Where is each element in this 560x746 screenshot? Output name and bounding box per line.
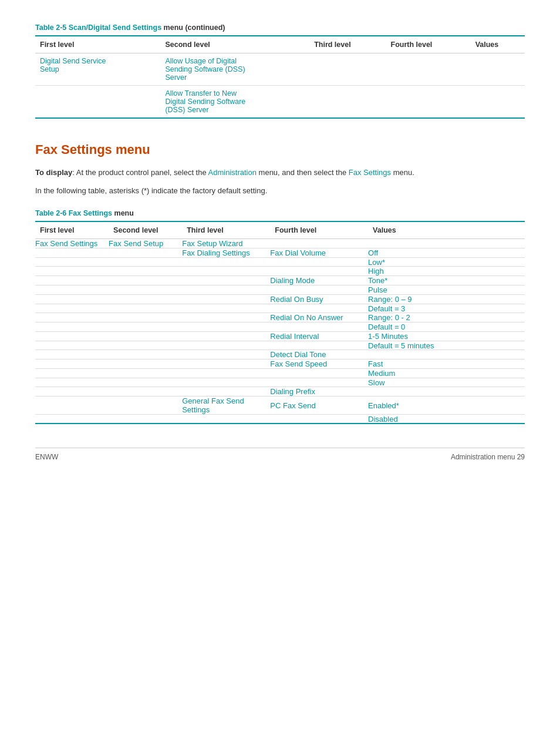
t26-r18-c4 bbox=[270, 415, 368, 424]
t25-r1-c2: Allow Usage of Digital Sending Software … bbox=[160, 53, 309, 86]
t26-r7-c5: Default = 3 bbox=[368, 304, 525, 313]
table25-title-prefix: Table 2-5 bbox=[35, 23, 69, 32]
t26-r15-c2 bbox=[109, 378, 182, 387]
t26-r9-c5: Default = 0 bbox=[368, 322, 525, 332]
t26-r14-c5: Medium bbox=[368, 369, 525, 378]
t26-r5-c3 bbox=[182, 285, 270, 295]
table26: First level Second level Third level Fou… bbox=[35, 221, 525, 425]
t26-r6-c5: Range: 0 – 9 bbox=[368, 294, 525, 304]
t25-r1-c4 bbox=[386, 53, 471, 86]
t26-r9-c1 bbox=[35, 322, 109, 332]
t26-r15-c1 bbox=[35, 378, 109, 387]
t26-r0-c4 bbox=[270, 238, 368, 248]
t26-r17-c3: General Fax Send Settings bbox=[182, 396, 270, 415]
t26-r12-c5 bbox=[368, 350, 525, 359]
t26-r6-c2 bbox=[109, 294, 182, 304]
fax-section-heading: Fax Settings menu bbox=[35, 142, 525, 157]
t26-r10-c1 bbox=[35, 331, 109, 341]
t26-r1-c5: Off bbox=[368, 248, 525, 257]
t26-r15-c3 bbox=[182, 378, 270, 387]
t26-r0-c5 bbox=[368, 238, 525, 248]
t26-r3-c5: High bbox=[368, 267, 525, 276]
table26-header: First level Second level Third level Fou… bbox=[35, 221, 525, 239]
t26-r4-c3 bbox=[182, 276, 270, 285]
t26-r3-c2 bbox=[109, 267, 182, 276]
t25-r1-c3 bbox=[309, 53, 386, 86]
t26-r8-c5: Range: 0 - 2 bbox=[368, 313, 525, 322]
t26-r4-c2 bbox=[109, 276, 182, 285]
fax-section-body: To display: At the product control panel… bbox=[35, 167, 525, 197]
t26-r7-c3 bbox=[182, 304, 270, 313]
t26-r18-c5: Disabled bbox=[368, 415, 525, 424]
t26-r11-c1 bbox=[35, 341, 109, 350]
t26-r4-c5: Tone* bbox=[368, 276, 525, 285]
t26-r2-c3 bbox=[182, 257, 270, 267]
fax-intro-text1: : At the product control panel, select t… bbox=[72, 168, 208, 177]
t26-r13-c3 bbox=[182, 359, 270, 369]
fax-intro-link1: Administration bbox=[208, 168, 257, 177]
fax-intro-para1: To display: At the product control panel… bbox=[35, 167, 525, 179]
t26-r12-c2 bbox=[109, 350, 182, 359]
table26-title-prefix: Table 2-6 bbox=[35, 209, 69, 217]
t26-r6-c1 bbox=[35, 294, 109, 304]
t26-r7-c4 bbox=[270, 304, 368, 313]
t26-r9-c4 bbox=[270, 322, 368, 332]
t26-r8-c3 bbox=[182, 313, 270, 322]
t26-r17-c5: Enabled* bbox=[368, 396, 525, 415]
t26-r0-c2: Fax Send Setup bbox=[109, 238, 182, 248]
t26-r18-c2 bbox=[109, 415, 182, 424]
table26-title-link: Fax Settings bbox=[69, 209, 112, 217]
fax-intro-para2: In the following table, asterisks (*) in… bbox=[35, 185, 525, 197]
to-display-bold: To display bbox=[35, 168, 72, 177]
t26-r12-c1 bbox=[35, 350, 109, 359]
fax-intro-link2: Fax Settings bbox=[349, 168, 391, 177]
table25: First level Second level Third level Fou… bbox=[35, 35, 525, 119]
table25-col2-header: Second level bbox=[160, 36, 309, 53]
t25-r2-c4 bbox=[386, 86, 471, 119]
t26-r13-c2 bbox=[109, 359, 182, 369]
t26-r6-c3 bbox=[182, 294, 270, 304]
t26-r7-c1 bbox=[35, 304, 109, 313]
fax-intro-text2: menu, and then select the bbox=[257, 168, 349, 177]
fax-intro-text3: menu. bbox=[391, 168, 414, 177]
table26-title-suffix: menu bbox=[112, 209, 134, 217]
t26-r10-c5: 1-5 Minutes bbox=[368, 331, 525, 341]
t26-r11-c3 bbox=[182, 341, 270, 350]
t26-r10-c4: Redial Interval bbox=[270, 331, 368, 341]
footer-right: Administration menu 29 bbox=[451, 453, 525, 461]
table25-title: Table 2-5 Scan/Digital Send Settings men… bbox=[35, 23, 525, 32]
t26-r1-c3: Fax Dialing Settings bbox=[182, 248, 270, 257]
t26-r8-c1 bbox=[35, 313, 109, 322]
t25-r1-c1: Digital Send Service Setup bbox=[35, 53, 160, 86]
t26-r3-c4 bbox=[270, 267, 368, 276]
t25-r2-c3 bbox=[309, 86, 386, 119]
footer: ENWW Administration menu 29 bbox=[35, 448, 525, 461]
table26-col3-header: Third level bbox=[182, 221, 270, 239]
t26-r2-c2 bbox=[109, 257, 182, 267]
t26-r18-c3 bbox=[182, 415, 270, 424]
t26-r5-c2 bbox=[109, 285, 182, 295]
t26-r13-c1 bbox=[35, 359, 109, 369]
t26-r6-c4: Redial On Busy bbox=[270, 294, 368, 304]
t26-r5-c4 bbox=[270, 285, 368, 295]
t26-r2-c5: Low* bbox=[368, 257, 525, 267]
table26-title: Table 2-6 Fax Settings menu bbox=[35, 209, 525, 217]
table25-header: First level Second level Third level Fou… bbox=[35, 36, 525, 53]
t26-r11-c4 bbox=[270, 341, 368, 350]
t26-r16-c5 bbox=[368, 387, 525, 396]
table25-title-suffix: menu (continued) bbox=[161, 23, 225, 32]
t26-r9-c3 bbox=[182, 322, 270, 332]
t26-r14-c4 bbox=[270, 369, 368, 378]
t26-r1-c1 bbox=[35, 248, 109, 257]
table25-col3-header: Third level bbox=[309, 36, 386, 53]
table-row: Digital Send Service Setup Allow Usage o… bbox=[35, 53, 525, 86]
t26-r3-c1 bbox=[35, 267, 109, 276]
t26-r9-c2 bbox=[109, 322, 182, 332]
t26-r13-c5: Fast bbox=[368, 359, 525, 369]
t26-r17-c2 bbox=[109, 396, 182, 415]
t26-r13-c4: Fax Send Speed bbox=[270, 359, 368, 369]
t26-r16-c1 bbox=[35, 387, 109, 396]
t26-r2-c4 bbox=[270, 257, 368, 267]
t26-r14-c2 bbox=[109, 369, 182, 378]
t26-r4-c1 bbox=[35, 276, 109, 285]
